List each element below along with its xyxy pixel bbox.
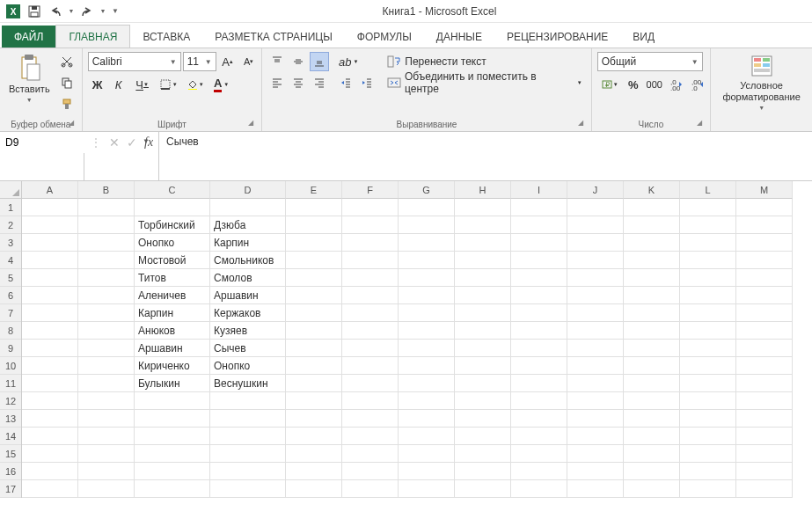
cell[interactable] <box>342 392 399 410</box>
column-header[interactable]: A <box>22 181 78 199</box>
cell[interactable] <box>342 428 399 445</box>
cell[interactable] <box>455 375 511 392</box>
cell[interactable] <box>680 428 736 445</box>
cell[interactable] <box>455 480 511 498</box>
undo-dropdown-icon[interactable]: ▼ <box>67 2 76 21</box>
cell[interactable] <box>78 234 135 252</box>
cell[interactable] <box>342 357 399 375</box>
cell[interactable] <box>680 234 736 252</box>
cell[interactable] <box>736 340 793 357</box>
cell[interactable] <box>210 445 286 463</box>
cell[interactable] <box>511 216 567 234</box>
cell[interactable] <box>511 252 567 269</box>
cell[interactable] <box>286 410 342 428</box>
tab-разметка страницы[interactable]: РАЗМЕТКА СТРАНИЦЫ <box>202 26 345 48</box>
cell[interactable] <box>399 304 455 322</box>
decrease-decimal-button[interactable]: ,00,0 <box>687 75 706 94</box>
cell[interactable] <box>511 445 567 463</box>
cell[interactable] <box>567 480 624 498</box>
cell[interactable] <box>455 322 511 340</box>
cell[interactable]: Смольников <box>210 252 286 269</box>
cell[interactable] <box>624 392 680 410</box>
cell[interactable] <box>624 463 680 480</box>
cell[interactable] <box>78 340 135 357</box>
cell[interactable] <box>210 410 286 428</box>
cell[interactable] <box>342 234 399 252</box>
cell[interactable] <box>286 199 342 216</box>
cell[interactable] <box>135 480 210 498</box>
cell[interactable] <box>624 216 680 234</box>
cell[interactable] <box>680 463 736 480</box>
cell[interactable] <box>567 463 624 480</box>
row-header[interactable]: 17 <box>0 480 21 498</box>
cell[interactable] <box>624 252 680 269</box>
cell[interactable] <box>286 357 342 375</box>
cell[interactable] <box>736 216 793 234</box>
cell[interactable] <box>624 340 680 357</box>
cell[interactable] <box>22 392 78 410</box>
cell[interactable] <box>399 234 455 252</box>
cell[interactable] <box>399 252 455 269</box>
cell[interactable] <box>22 252 78 269</box>
cell[interactable] <box>511 357 567 375</box>
cell[interactable] <box>624 375 680 392</box>
cell[interactable] <box>22 304 78 322</box>
excel-icon[interactable]: X <box>4 2 23 21</box>
column-header[interactable]: F <box>342 181 399 199</box>
cell[interactable] <box>342 410 399 428</box>
save-icon[interactable] <box>25 2 44 21</box>
column-header[interactable]: I <box>511 181 567 199</box>
cell[interactable] <box>624 428 680 445</box>
fx-icon[interactable]: fx <box>144 134 153 150</box>
tab-рецензирование[interactable]: РЕЦЕНЗИРОВАНИЕ <box>494 26 620 48</box>
row-header[interactable]: 2 <box>0 216 21 234</box>
align-middle-button[interactable] <box>289 52 308 71</box>
font-size-combo[interactable]: 11▼ <box>183 52 216 71</box>
row-header[interactable]: 7 <box>0 304 21 322</box>
cell[interactable] <box>680 287 736 304</box>
cell[interactable] <box>455 287 511 304</box>
cell[interactable] <box>680 480 736 498</box>
cell[interactable] <box>342 480 399 498</box>
cell[interactable] <box>342 322 399 340</box>
merge-center-button[interactable]: Объединить и поместить в центре▼ <box>384 73 585 92</box>
cell[interactable] <box>736 304 793 322</box>
cell[interactable] <box>22 445 78 463</box>
column-header[interactable]: E <box>286 181 342 199</box>
cell[interactable] <box>680 304 736 322</box>
cell[interactable] <box>567 392 624 410</box>
row-header[interactable]: 13 <box>0 410 21 428</box>
row-header[interactable]: 4 <box>0 252 21 269</box>
cell[interactable] <box>210 199 286 216</box>
cell[interactable] <box>286 252 342 269</box>
redo-icon[interactable] <box>77 2 97 21</box>
cell[interactable] <box>567 234 624 252</box>
cell[interactable] <box>22 234 78 252</box>
cell[interactable] <box>680 269 736 287</box>
column-header[interactable]: K <box>624 181 680 199</box>
cell[interactable] <box>286 216 342 234</box>
align-bottom-button[interactable] <box>310 52 329 71</box>
cell[interactable]: Смолов <box>210 269 286 287</box>
cell[interactable] <box>78 216 135 234</box>
cell[interactable] <box>399 375 455 392</box>
font-color-button[interactable]: А▼ <box>209 75 234 94</box>
cell[interactable] <box>286 428 342 445</box>
formula-input[interactable]: Сычев <box>159 132 812 180</box>
column-header[interactable]: J <box>567 181 624 199</box>
percent-button[interactable]: % <box>624 75 643 94</box>
underline-button[interactable]: Ч ▼ <box>130 75 155 94</box>
cell[interactable] <box>286 480 342 498</box>
row-header[interactable]: 5 <box>0 269 21 287</box>
cell[interactable] <box>455 463 511 480</box>
cell[interactable] <box>22 357 78 375</box>
column-header[interactable]: G <box>399 181 455 199</box>
cell[interactable] <box>286 269 342 287</box>
cell[interactable] <box>567 340 624 357</box>
cell[interactable] <box>399 463 455 480</box>
cell[interactable]: Аршавин <box>210 287 286 304</box>
cell[interactable] <box>78 269 135 287</box>
cell[interactable] <box>210 428 286 445</box>
row-header[interactable]: 3 <box>0 234 21 252</box>
cell[interactable] <box>624 322 680 340</box>
